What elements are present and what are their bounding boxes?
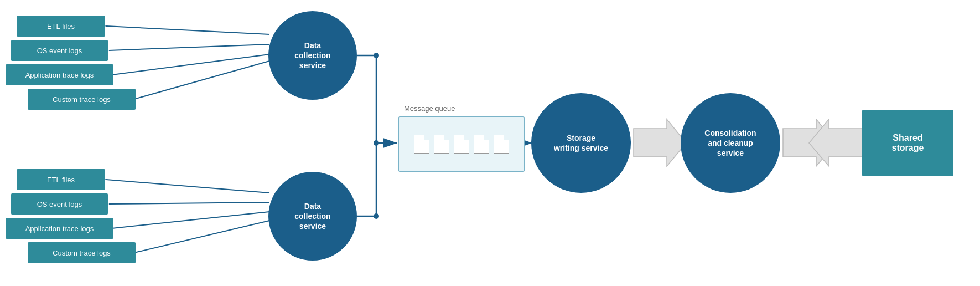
doc-icon-3 [454, 135, 469, 154]
top-os-event-logs-box: OS event logs [11, 40, 108, 61]
document-icons [413, 135, 510, 154]
svg-line-16 [109, 202, 269, 204]
svg-line-4 [106, 26, 269, 34]
top-custom-trace-logs-box: Custom trace logs [28, 89, 136, 110]
svg-point-13 [374, 53, 379, 58]
svg-line-5 [109, 44, 269, 50]
architecture-diagram: ETL files OS event logs Application trac… [0, 0, 980, 286]
doc-icon-1 [414, 135, 429, 154]
svg-marker-21 [783, 119, 836, 166]
svg-line-6 [112, 54, 269, 75]
svg-marker-20 [634, 119, 686, 166]
svg-line-7 [134, 61, 269, 99]
bottom-os-event-logs-box: OS event logs [11, 193, 108, 214]
top-etl-files-box: ETL files [17, 16, 105, 37]
doc-icon-5 [494, 135, 509, 154]
svg-line-15 [106, 180, 269, 193]
svg-line-18 [134, 221, 269, 253]
bottom-etl-files-box: ETL files [17, 169, 105, 190]
bottom-custom-trace-logs-box: Custom trace logs [28, 242, 136, 263]
top-data-collection-circle: Data collection service [268, 11, 357, 100]
storage-writing-service-circle: Storage writing service [531, 93, 631, 193]
shared-storage-box: Shared storage [862, 110, 953, 176]
bottom-app-trace-logs-box: Application trace logs [6, 218, 113, 239]
svg-point-12 [374, 140, 379, 146]
message-queue-label: Message queue [404, 104, 455, 113]
svg-marker-23 [809, 119, 862, 166]
consolidation-circle: Consolidation and cleanup service [681, 93, 780, 193]
top-app-trace-logs-box: Application trace logs [6, 64, 113, 85]
svg-point-14 [374, 213, 379, 219]
message-queue-box [398, 116, 525, 172]
doc-icon-4 [474, 135, 489, 154]
svg-marker-22 [783, 119, 836, 166]
bottom-data-collection-circle: Data collection service [268, 172, 357, 261]
svg-line-17 [112, 212, 269, 228]
doc-icon-2 [434, 135, 449, 154]
